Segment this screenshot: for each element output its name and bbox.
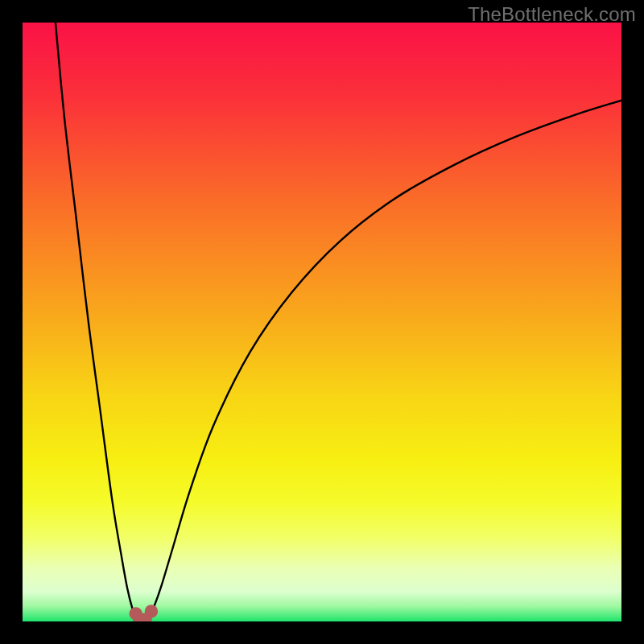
curve-right-branch (146, 101, 621, 621)
marker-dip-right (145, 605, 158, 617)
watermark-text: TheBottleneck.com (468, 3, 636, 26)
plot-area (23, 23, 621, 621)
curve-left-branch (56, 23, 138, 621)
curve-layer (23, 23, 621, 621)
outer-black-frame: TheBottleneck.com (0, 0, 644, 644)
